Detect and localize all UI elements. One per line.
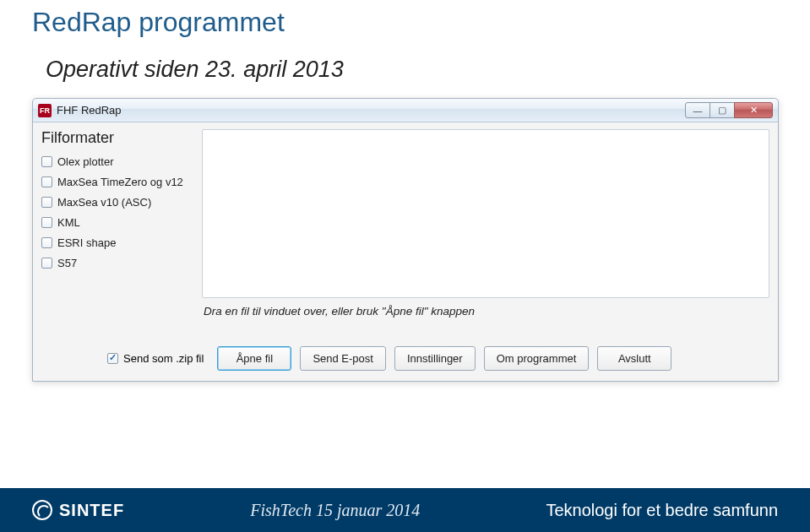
footer-center-text: FishTech 15 januar 2014 xyxy=(124,501,546,520)
zip-label: Send som .zip fil xyxy=(123,352,204,365)
format-item-kml[interactable]: KML xyxy=(41,216,195,229)
titlebar[interactable]: FR FHF RedRap — ▢ ✕ xyxy=(33,99,778,122)
slide-footer: SINTEF FishTech 15 januar 2014 Teknologi… xyxy=(0,488,810,532)
app-body: Filformater Olex plotter MaxSea TimeZero… xyxy=(33,122,778,328)
format-label: KML xyxy=(57,216,80,229)
right-panel: Dra en fil til vinduet over, eller bruk … xyxy=(202,129,769,318)
checkbox-icon[interactable] xyxy=(41,176,52,187)
format-item-s57[interactable]: S57 xyxy=(41,257,195,269)
app-icon: FR xyxy=(38,104,52,117)
checkbox-icon[interactable] xyxy=(107,353,118,364)
checkbox-icon[interactable] xyxy=(41,237,52,248)
checkbox-icon[interactable] xyxy=(41,258,52,269)
window-title: FHF RedRap xyxy=(57,104,686,117)
footer-right-text: Teknologi for et bedre samfunn xyxy=(546,501,778,520)
quit-button[interactable]: Avslutt xyxy=(597,346,671,371)
open-file-button[interactable]: Åpne fil xyxy=(217,346,291,371)
sintef-logo: SINTEF xyxy=(32,500,124,520)
format-list: Olex plotter MaxSea TimeZero og v12 MaxS… xyxy=(41,155,195,269)
format-label: MaxSea v10 (ASC) xyxy=(57,196,151,209)
format-label: S57 xyxy=(57,257,77,269)
close-button[interactable]: ✕ xyxy=(734,102,773,118)
format-label: ESRI shape xyxy=(57,236,116,249)
format-item-olex[interactable]: Olex plotter xyxy=(41,155,195,168)
checkbox-icon[interactable] xyxy=(41,217,52,228)
drop-hint: Dra en fil til vinduet over, eller bruk … xyxy=(202,305,769,318)
zip-checkbox-row[interactable]: Send som .zip fil xyxy=(107,352,204,365)
left-panel: Filformater Olex plotter MaxSea TimeZero… xyxy=(41,129,195,318)
checkbox-icon[interactable] xyxy=(41,197,52,208)
format-label: MaxSea TimeZero og v12 xyxy=(57,176,183,188)
format-label: Olex plotter xyxy=(57,155,113,168)
file-drop-area[interactable] xyxy=(202,129,769,298)
maximize-button[interactable]: ▢ xyxy=(709,102,735,118)
about-button[interactable]: Om programmet xyxy=(484,346,590,371)
bottom-bar: Send som .zip fil Åpne fil Send E-post I… xyxy=(33,328,778,381)
slide-subtitle: Operativt siden 23. april 2013 xyxy=(0,41,810,98)
sintef-logo-text: SINTEF xyxy=(59,501,124,520)
sintef-logo-icon xyxy=(32,500,52,520)
minimize-button[interactable]: — xyxy=(685,102,710,118)
settings-button[interactable]: Innstillinger xyxy=(394,346,476,371)
window-controls: — ▢ ✕ xyxy=(686,102,773,118)
checkbox-icon[interactable] xyxy=(41,156,52,167)
slide-title: RedRap programmet xyxy=(0,0,810,41)
formats-header: Filformater xyxy=(41,129,195,147)
send-email-button[interactable]: Send E-post xyxy=(300,346,386,371)
format-item-maxsea-tz[interactable]: MaxSea TimeZero og v12 xyxy=(41,176,195,188)
app-window: FR FHF RedRap — ▢ ✕ Filformater Olex plo… xyxy=(32,98,779,382)
format-item-esri[interactable]: ESRI shape xyxy=(41,236,195,249)
format-item-maxsea-v10[interactable]: MaxSea v10 (ASC) xyxy=(41,196,195,209)
